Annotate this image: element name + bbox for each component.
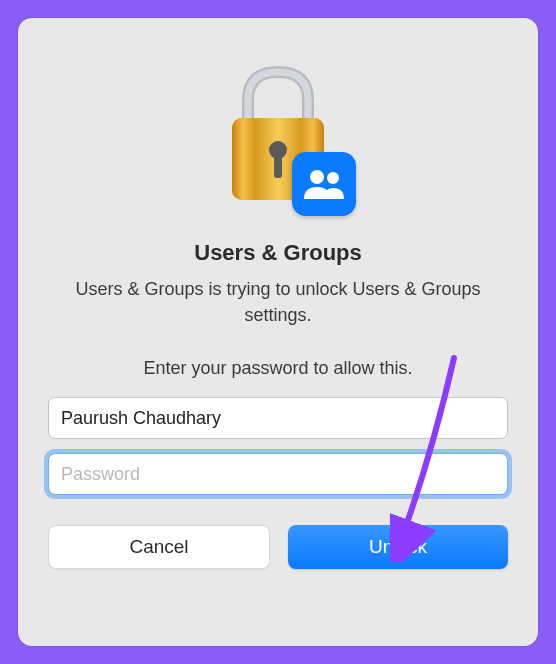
lock-icon <box>218 58 338 208</box>
svg-point-5 <box>327 172 339 184</box>
dialog-instruction: Enter your password to allow this. <box>143 358 412 379</box>
unlock-button[interactable]: Unlock <box>288 525 508 569</box>
cancel-button[interactable]: Cancel <box>48 525 270 569</box>
button-row: Cancel Unlock <box>48 525 508 569</box>
password-field[interactable] <box>48 453 508 495</box>
username-field[interactable] <box>48 397 508 439</box>
dialog-subtitle: Users & Groups is trying to unlock Users… <box>48 276 508 328</box>
svg-rect-3 <box>274 154 282 178</box>
users-icon <box>292 152 356 216</box>
auth-dialog: Users & Groups Users & Groups is trying … <box>18 18 538 646</box>
dialog-title: Users & Groups <box>194 240 362 266</box>
svg-point-4 <box>310 170 324 184</box>
